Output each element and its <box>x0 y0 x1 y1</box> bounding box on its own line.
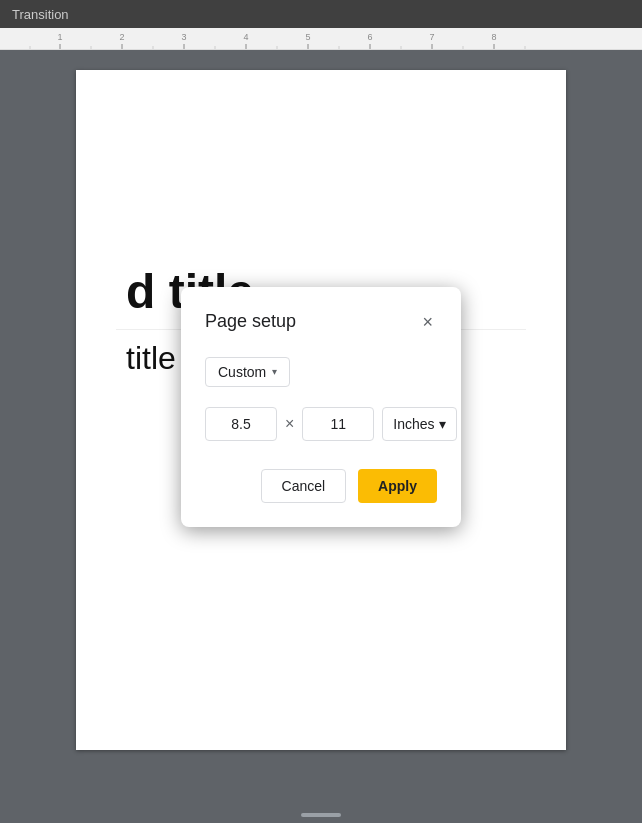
cancel-button[interactable]: Cancel <box>261 469 347 503</box>
modal-title: Page setup <box>205 311 296 332</box>
svg-text:6: 6 <box>367 32 372 42</box>
ruler-svg: 1 2 3 4 5 6 7 8 <box>0 28 642 49</box>
svg-text:2: 2 <box>119 32 124 42</box>
preset-select: Custom ▾ <box>205 357 437 387</box>
ruler: 1 2 3 4 5 6 7 8 <box>0 28 642 50</box>
height-input[interactable] <box>302 407 374 441</box>
modal-header: Page setup × <box>205 311 437 333</box>
page-setup-dialog: Page setup × Custom ▾ × Inches ▾ <box>181 287 461 527</box>
apply-button[interactable]: Apply <box>358 469 437 503</box>
unit-dropdown-button[interactable]: Inches ▾ <box>382 407 456 441</box>
svg-text:5: 5 <box>305 32 310 42</box>
chevron-down-icon: ▾ <box>272 366 277 377</box>
svg-text:4: 4 <box>243 32 248 42</box>
svg-text:3: 3 <box>181 32 186 42</box>
canvas-area: d title title Page setup × Custom ▾ <box>0 50 642 823</box>
close-button[interactable]: × <box>418 311 437 333</box>
preset-dropdown-button[interactable]: Custom ▾ <box>205 357 290 387</box>
width-input[interactable] <box>205 407 277 441</box>
app-title: Transition <box>12 7 69 22</box>
svg-text:8: 8 <box>491 32 496 42</box>
action-row: Cancel Apply <box>205 469 437 503</box>
unit-label: Inches <box>393 416 434 432</box>
preset-label: Custom <box>218 364 266 380</box>
top-bar: Transition <box>0 0 642 28</box>
dimensions-row: × Inches ▾ <box>205 407 437 441</box>
dimension-separator: × <box>285 415 294 433</box>
scroll-handle[interactable] <box>301 813 341 817</box>
page-subtitle-text: title <box>126 340 176 376</box>
unit-chevron-icon: ▾ <box>439 416 446 432</box>
svg-text:1: 1 <box>57 32 62 42</box>
svg-text:7: 7 <box>429 32 434 42</box>
